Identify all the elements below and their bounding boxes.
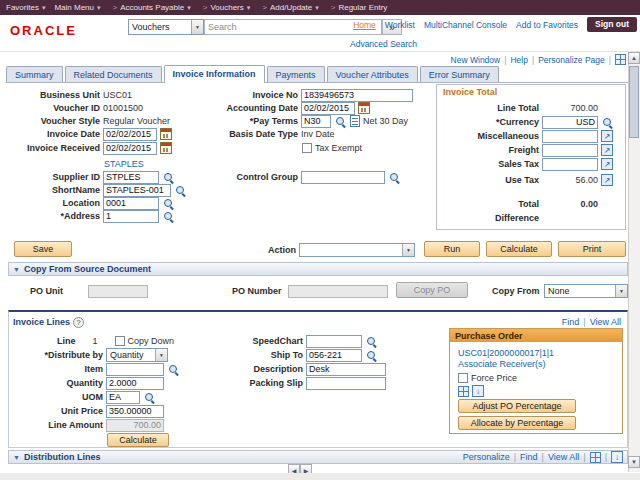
- lookup-icon[interactable]: [365, 349, 378, 362]
- lookup-icon[interactable]: [388, 171, 401, 184]
- freight-input[interactable]: [542, 144, 598, 157]
- sales-tax-detail-icon[interactable]: [601, 158, 613, 170]
- scrollbar-thumb[interactable]: [629, 66, 639, 138]
- lookup-icon[interactable]: [174, 184, 187, 197]
- invoice-lines-find-link[interactable]: Find: [562, 317, 580, 327]
- main-menu[interactable]: Main Menu: [54, 3, 100, 12]
- download-icon[interactable]: [611, 451, 623, 463]
- sales-tax-input[interactable]: [542, 158, 598, 171]
- save-button[interactable]: Save: [14, 241, 72, 257]
- line-calculate-button[interactable]: Calculate: [107, 433, 169, 447]
- add-to-favorites-link[interactable]: Add to Favorites: [516, 20, 578, 30]
- distribution-personalize-link[interactable]: Personalize: [463, 452, 510, 462]
- lookup-icon[interactable]: [365, 335, 378, 348]
- finalize-document-icon[interactable]: [458, 386, 469, 397]
- invoice-received-input[interactable]: [103, 142, 157, 155]
- miscellaneous-input[interactable]: [542, 130, 598, 143]
- breadcrumb-accounts-payable[interactable]: Accounts Payable: [120, 3, 191, 12]
- shortname-input[interactable]: [103, 184, 171, 197]
- lookup-icon[interactable]: [167, 363, 180, 376]
- lookup-icon[interactable]: [601, 116, 614, 129]
- undo-finalize-icon[interactable]: [472, 385, 484, 397]
- distribute-by-value: Quantity: [107, 350, 155, 360]
- copy-from-dropdown[interactable]: None: [544, 284, 628, 298]
- location-input[interactable]: [103, 197, 159, 210]
- lookup-icon[interactable]: [162, 197, 175, 210]
- invoice-received-label: Invoice Received: [8, 143, 100, 153]
- adjust-po-percentage-button[interactable]: Adjust PO Percentage: [458, 399, 576, 413]
- pay-terms-detail-icon[interactable]: [350, 115, 360, 127]
- collapse-triangle-icon[interactable]: [13, 452, 24, 462]
- description-input[interactable]: [306, 363, 386, 376]
- speedchart-input[interactable]: [306, 335, 362, 348]
- distribute-by-dropdown[interactable]: Quantity: [106, 348, 168, 362]
- copy-down-checkbox[interactable]: [115, 336, 125, 346]
- multichannel-console-link[interactable]: MultiChannel Console: [424, 20, 507, 30]
- address-input[interactable]: [103, 210, 159, 223]
- action-dropdown[interactable]: [299, 243, 415, 257]
- search-scope-dropdown[interactable]: Vouchers: [128, 19, 204, 35]
- accounting-date-label: Accounting Date: [212, 103, 298, 113]
- distribution-view-all-link[interactable]: View All: [548, 452, 579, 462]
- associate-receivers-link[interactable]: Associate Receiver(s): [458, 359, 546, 369]
- miscellaneous-detail-icon[interactable]: [601, 130, 613, 142]
- breadcrumb-add-update[interactable]: Add/Update: [270, 3, 319, 12]
- favorites-menu[interactable]: Favorites: [6, 3, 45, 12]
- distribution-lines-section-header[interactable]: Distribution Lines Personalize Find View…: [8, 450, 628, 464]
- help-link[interactable]: Help: [510, 55, 527, 65]
- tab-invoice-information[interactable]: Invoice Information: [164, 65, 265, 83]
- invoice-lines-view-all-link[interactable]: View All: [590, 317, 621, 327]
- copy-po-button: Copy PO: [396, 282, 468, 298]
- item-input[interactable]: [106, 363, 164, 376]
- home-link[interactable]: Home: [353, 20, 376, 30]
- invoice-date-input[interactable]: [103, 128, 157, 141]
- calendar-icon[interactable]: [358, 102, 370, 114]
- force-price-checkbox[interactable]: [458, 373, 468, 383]
- breadcrumb-vouchers[interactable]: Vouchers: [210, 3, 250, 12]
- sign-out-button[interactable]: Sign out: [587, 17, 637, 32]
- packing-slip-input[interactable]: [306, 377, 386, 390]
- lookup-icon[interactable]: [162, 210, 175, 223]
- allocate-by-percentage-button[interactable]: Allocate by Percentage: [458, 416, 576, 430]
- tab-voucher-attributes[interactable]: Voucher Attributes: [327, 66, 418, 82]
- new-window-link[interactable]: New Window: [451, 55, 501, 65]
- invoice-no-input[interactable]: [301, 89, 413, 102]
- control-group-input[interactable]: [301, 171, 385, 184]
- tab-related-documents[interactable]: Related Documents: [65, 66, 162, 82]
- uom-input[interactable]: [106, 391, 140, 404]
- distribution-find-link[interactable]: Find: [520, 452, 538, 462]
- copy-from-section-header[interactable]: Copy From Source Document: [8, 262, 628, 276]
- ship-to-input[interactable]: [306, 349, 362, 362]
- worklist-link[interactable]: Worklist: [385, 20, 415, 30]
- scroll-down-button[interactable]: ▼: [628, 456, 640, 468]
- download-grid-icon[interactable]: [590, 452, 601, 463]
- use-tax-detail-icon[interactable]: [601, 174, 613, 186]
- currency-input[interactable]: [542, 116, 598, 129]
- supplier-id-input[interactable]: [103, 171, 159, 184]
- pay-terms-input[interactable]: [301, 115, 331, 128]
- lookup-icon[interactable]: [162, 171, 175, 184]
- tab-error-summary[interactable]: Error Summary: [420, 66, 499, 82]
- lookup-icon[interactable]: [334, 115, 347, 128]
- freight-detail-icon[interactable]: [601, 144, 613, 156]
- calculate-button[interactable]: Calculate: [486, 241, 552, 257]
- run-button[interactable]: Run: [424, 241, 480, 257]
- advanced-search-link[interactable]: Advanced Search: [350, 39, 417, 49]
- unit-price-input[interactable]: [106, 405, 164, 418]
- accounting-date-input[interactable]: [301, 102, 355, 115]
- scroll-up-button[interactable]: ▲: [628, 52, 640, 64]
- breadcrumb-separator-icon: [110, 3, 121, 12]
- favorites-label: Favorites: [6, 3, 39, 12]
- quantity-input[interactable]: [106, 377, 164, 390]
- calendar-icon[interactable]: [160, 128, 172, 140]
- tab-summary[interactable]: Summary: [6, 66, 63, 82]
- tab-payments[interactable]: Payments: [267, 66, 325, 82]
- tax-exempt-checkbox[interactable]: [302, 143, 312, 153]
- calendar-icon[interactable]: [160, 142, 172, 154]
- collapse-triangle-icon[interactable]: [13, 264, 24, 274]
- personalize-page-link[interactable]: Personalize Page: [538, 55, 605, 65]
- print-button[interactable]: Print: [558, 241, 626, 257]
- supplier-name-link[interactable]: STAPLES: [104, 159, 144, 169]
- lookup-icon[interactable]: [143, 391, 156, 404]
- help-icon[interactable]: [73, 317, 84, 328]
